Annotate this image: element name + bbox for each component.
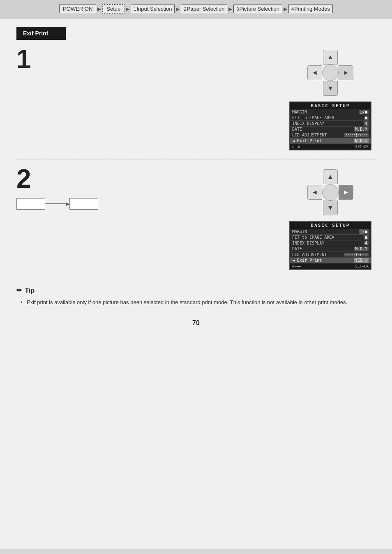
step-2-section: 2 ▶ ▲ ◄ ►	[16, 168, 376, 270]
top-navigation: POWER ON ▶ Setup ▶ 1 Input Selection ▶ 2…	[0, 0, 392, 18]
step-1-section: 1 ▲ ◄ ► ▼ BASIC SETUP	[16, 48, 376, 150]
nav-input-selection: 1 Input Selection ▶	[131, 5, 181, 13]
dpad-step2[interactable]: ▲ ◄ ► ▼	[306, 168, 355, 217]
nav-power-on: POWER ON ▶	[59, 5, 102, 13]
dpad-right-step1[interactable]: ►	[339, 65, 353, 80]
step-2-right: ▲ ◄ ► ▼ BASIC SETUP MARGIN □/■	[285, 168, 376, 270]
nav-printing-modes: 4 Printing Modes	[288, 5, 333, 13]
arrow-line	[45, 203, 66, 204]
step-num-3: 3	[236, 7, 239, 12]
dpad-center-step1[interactable]	[322, 65, 339, 81]
dpad-right-step2[interactable]: ►	[339, 185, 353, 200]
lcd-title-step2: BASIC SETUP	[290, 222, 371, 229]
small-box-2	[69, 198, 98, 210]
right-arrow-icon: ►	[343, 69, 349, 76]
nav-paper-selection: 2 Paper Selection ▶	[181, 5, 233, 13]
dot-separator	[16, 159, 376, 159]
setup-label: Setup	[102, 4, 125, 14]
lcd-row-margin-step1: MARGIN □/■	[290, 109, 371, 115]
box-arrow-connector: ▶	[45, 201, 69, 207]
main-content: Exif Print 1 ▲ ◄ ► ▼	[0, 18, 392, 549]
dpad-up-step1[interactable]: ▲	[323, 50, 338, 65]
nav-setup: Setup ▶	[102, 4, 131, 14]
tip-title: ✏ Tip	[16, 286, 376, 294]
step-num-1: 1	[134, 7, 136, 12]
arrow-head-icon: ▶	[66, 201, 69, 207]
lcd-footer-step1: ⊕→◄► SET→OK	[290, 144, 371, 150]
step-1-right: ▲ ◄ ► ▼ BASIC SETUP MARGIN □/■	[285, 48, 376, 150]
power-on-label: POWER ON	[59, 5, 96, 13]
dpad-down-step1[interactable]: ▼	[323, 81, 338, 96]
lcd-row-date-step1: DATE M.D.Y	[290, 127, 371, 132]
step-2-left: 2 ▶	[16, 168, 277, 210]
lcd-footer-step2: ⊕→◄► SET→OK	[290, 263, 371, 269]
tip-section: ✏ Tip Exif print is available only if on…	[16, 282, 376, 311]
nav-arrow-3: ▶	[176, 6, 180, 12]
step-1-number: 1	[16, 46, 277, 72]
left-arrow-icon: ◄	[311, 69, 318, 76]
lcd-title-step1: BASIC SETUP	[290, 102, 371, 109]
pencil-icon: ✏	[16, 287, 22, 294]
input-selection-label: 1 Input Selection	[131, 5, 175, 13]
dpad-down-step2[interactable]: ▼	[323, 201, 338, 215]
page-number: 70	[16, 311, 376, 335]
tip-list: Exif print is available only if one pict…	[16, 298, 376, 307]
lcd-screen-step2: BASIC SETUP MARGIN □/■ FIT to IMAGE AREA…	[289, 221, 371, 270]
step-num-4: 4	[291, 7, 294, 12]
lcd-row-lcd-adj-step2: LCD ADJUSTMENT ·····|·+···	[290, 252, 371, 258]
small-box-1	[16, 198, 45, 210]
down-arrow-icon-2: ▼	[327, 204, 334, 212]
lcd-row-exif-step2: ◄ Exif Print YES ▷	[290, 258, 371, 263]
dpad-step1[interactable]: ▲ ◄ ► ▼	[306, 48, 355, 97]
lcd-row-index-step2: INDEX DISPLAY 4	[290, 240, 371, 246]
section-header: Exif Print	[16, 27, 66, 40]
dpad-left-step2[interactable]: ◄	[307, 185, 322, 200]
lcd-row-date-step2: DATE M.D.Y	[290, 246, 371, 252]
nav-arrow-4: ▶	[228, 6, 232, 12]
nav-arrow-1: ▶	[97, 6, 101, 12]
paper-selection-label: 2 Paper Selection	[181, 5, 227, 13]
dpad-left-step1[interactable]: ◄	[307, 65, 322, 80]
nav-arrow-5: ▶	[284, 6, 287, 12]
lcd-row-fit-step2: FIT to IMAGE AREA ■	[290, 235, 371, 240]
down-arrow-icon: ▼	[327, 85, 334, 92]
lcd-screen-step1: BASIC SETUP MARGIN □/■ FIT to IMAGE AREA…	[289, 102, 371, 150]
nav-arrow-2: ▶	[126, 6, 129, 12]
lcd-row-lcd-adj-step1: LCD ADJUSTMENT ·····|·+···	[290, 132, 371, 138]
up-arrow-icon-2: ▲	[327, 173, 334, 180]
lcd-row-index-step1: INDEX DISPLAY 4	[290, 121, 371, 127]
lcd-row-fit-step1: FIT to IMAGE AREA ■	[290, 115, 371, 121]
picture-selection-label: 3 Picture Selection	[233, 5, 282, 13]
lcd-row-margin-step2: MARGIN □/■	[290, 229, 371, 235]
nav-picture-selection: 3 Picture Selection ▶	[233, 5, 288, 13]
step-num-2: 2	[184, 7, 186, 12]
dpad-center-step2[interactable]	[322, 184, 339, 201]
step-1-left: 1	[16, 48, 277, 72]
up-arrow-icon: ▲	[327, 53, 334, 61]
tip-item-1: Exif print is available only if one pict…	[21, 298, 376, 307]
dpad-up-step2[interactable]: ▲	[323, 169, 338, 184]
left-arrow-icon-2: ◄	[311, 189, 318, 196]
step-2-number: 2	[16, 166, 277, 192]
printing-modes-label: 4 Printing Modes	[288, 5, 333, 13]
right-arrow-icon-2: ►	[343, 189, 349, 196]
lcd-row-exif-step1: ◄ Exif Print N O ▷	[290, 138, 371, 144]
small-box-arrow: ▶	[16, 198, 277, 210]
